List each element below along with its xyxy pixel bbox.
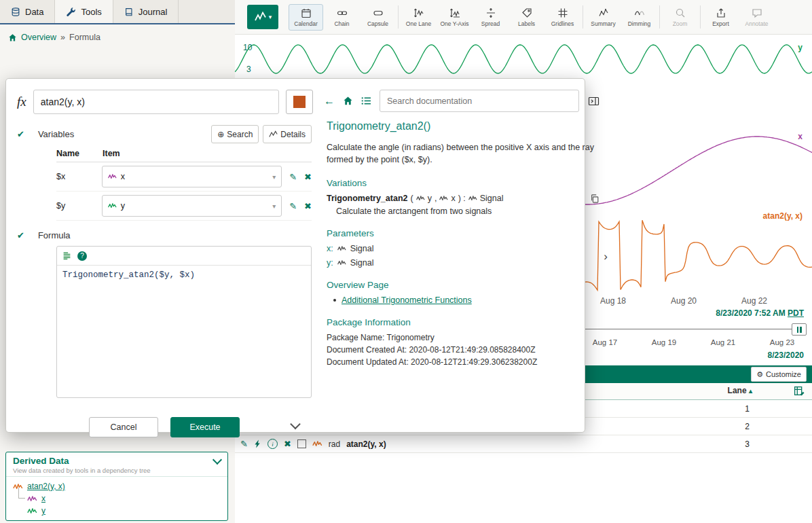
derived-data-title: Derived Data <box>13 456 221 466</box>
color-swatch <box>293 96 306 108</box>
documentation-content: Trigonometry_atan2() Calculate the angle… <box>324 120 599 367</box>
signal-name-cell[interactable]: atan2(y, x) <box>346 439 386 449</box>
toolbar-button-capsule[interactable]: Capsule <box>361 4 395 31</box>
help-icon[interactable]: ? <box>77 251 87 261</box>
edit-variable-icon[interactable]: ✎ <box>289 172 297 182</box>
timezone-link[interactable]: PDT <box>788 308 804 318</box>
derived-data-header[interactable]: Derived Data View data created by tools … <box>6 452 227 477</box>
breadcrumb-overview-link[interactable]: Overview <box>21 33 56 42</box>
parameter-type: Signal <box>350 258 374 268</box>
lane-column-header[interactable]: Lane ▴ <box>728 386 752 395</box>
document-icon[interactable] <box>62 251 71 260</box>
series-label-atan2[interactable]: atan2(y, x) <box>763 211 802 221</box>
customize-label: Customize <box>766 370 801 378</box>
variable-item-select[interactable]: x ▾ <box>102 166 282 187</box>
derived-data-subtitle: View data created by tools in a dependen… <box>13 467 221 474</box>
tree-item-x-link[interactable]: x <box>41 494 45 503</box>
expand-panel-chevron[interactable]: › <box>604 250 608 264</box>
formula-tool-dialog: fx ✔ Variables ⊕ Search Details <box>5 78 585 433</box>
toolbar-button-calendar[interactable]: Calendar <box>289 4 323 31</box>
add-column-icon[interactable] <box>794 385 805 399</box>
parameters-heading: Parameters <box>327 228 599 238</box>
series-label-x[interactable]: x <box>798 132 802 141</box>
bullet-icon <box>333 299 336 302</box>
toolbar-label: Gridlines <box>551 20 574 27</box>
toolbar-label: Summary <box>591 20 615 27</box>
tab-data[interactable]: Data <box>0 0 55 23</box>
y-axis-tick: 10 <box>243 43 252 52</box>
remove-variable-icon[interactable]: ✖ <box>304 201 312 211</box>
toolbar-label: Labels <box>518 20 535 27</box>
annotate-icon <box>752 7 762 18</box>
home-icon[interactable] <box>8 33 17 42</box>
tree-item-y[interactable]: y <box>27 505 221 517</box>
formula-editor-toolbar: ? <box>57 247 311 266</box>
signal-icon <box>337 259 346 266</box>
customize-button[interactable]: ⚙ Customize <box>751 367 807 382</box>
variables-col-item: Item <box>103 149 120 158</box>
comma: , <box>435 194 437 203</box>
tab-tools[interactable]: Tools <box>55 0 113 23</box>
tree-item-atan2-link[interactable]: atan2(y, x) <box>27 482 65 491</box>
tree-item-x[interactable]: x <box>27 492 221 505</box>
toolbar-button-one-lane[interactable]: One Lane <box>401 4 436 31</box>
tree-item-y-link[interactable]: y <box>41 506 45 516</box>
range-handle[interactable] <box>792 323 807 336</box>
back-icon[interactable]: ← <box>324 95 335 107</box>
details-button[interactable]: Details <box>263 125 312 143</box>
toolbar-button-export[interactable]: Export <box>703 4 738 31</box>
home-icon[interactable] <box>343 96 353 106</box>
toolbar-button-gridlines[interactable]: Gridlines <box>545 4 580 31</box>
tab-journal[interactable]: Journal <box>113 0 179 23</box>
copy-icon[interactable] <box>590 194 599 204</box>
signal-icon <box>108 173 117 180</box>
index-list-icon[interactable] <box>361 96 371 105</box>
toolbar-label: Export <box>712 20 729 27</box>
range-axis-label: Aug 23 <box>770 338 794 346</box>
series-label-y[interactable]: y <box>798 43 802 52</box>
toolbar-button-labels[interactable]: Labels <box>509 4 544 31</box>
toolbar-button-summary[interactable]: Summary <box>586 4 621 31</box>
bolt-icon[interactable] <box>254 439 261 448</box>
display-range-timestamp[interactable]: 8/23/2020 7:52 AM <box>716 308 785 318</box>
signal-icon <box>337 245 346 252</box>
doc-title: Trigonometry_atan2() <box>327 120 599 132</box>
remove-icon[interactable]: ✖ <box>284 439 291 449</box>
trend-chart-icon <box>254 12 267 22</box>
variation-signature: Trigonometry_atan2 ( y , x ) : Signal <box>327 194 599 204</box>
collapse-panel-icon[interactable] <box>588 96 599 107</box>
formula-name-input[interactable] <box>33 90 279 114</box>
cancel-button[interactable]: Cancel <box>89 417 158 437</box>
color-picker-button[interactable] <box>286 90 313 114</box>
documentation-search-input[interactable] <box>380 90 579 112</box>
unit-cell: rad <box>329 439 340 449</box>
additional-trig-functions-link[interactable]: Additional Trigonometric Functions <box>342 295 472 305</box>
toolbar-button-chain[interactable]: Chain <box>325 4 359 31</box>
toolbar-button-one-y-axis[interactable]: One Y-Axis <box>437 4 472 31</box>
toolbar-button-dimming[interactable]: Dimming <box>622 4 657 31</box>
edit-variable-icon[interactable]: ✎ <box>289 201 297 211</box>
toolbar-label: Zoom <box>673 20 688 27</box>
variable-item-label: y <box>121 201 125 211</box>
parameter-name: y: <box>327 258 333 268</box>
variation-arg: x <box>451 194 455 203</box>
tree-item-atan2[interactable]: atan2(y, x) <box>13 480 221 492</box>
table-row[interactable]: ✎ i ✖ rad atan2(y, x) 3 <box>235 435 812 453</box>
toolbar-button-annotate[interactable]: Annotate <box>739 4 774 31</box>
database-icon <box>11 7 20 17</box>
info-icon[interactable]: i <box>267 439 278 449</box>
toolbar-button-spread[interactable]: Spread <box>473 4 508 31</box>
search-items-button[interactable]: ⊕ Search <box>211 125 259 143</box>
execute-button[interactable]: Execute <box>170 417 240 437</box>
select-checkbox[interactable] <box>297 439 306 448</box>
view-mode-button[interactable]: ▾ <box>247 5 278 29</box>
toolbar-button-zoom[interactable]: Zoom <box>663 4 697 31</box>
formula-code[interactable]: Trigonometry_atan2($y, $x) <box>57 266 311 285</box>
edit-icon[interactable]: ✎ <box>240 439 248 449</box>
check-icon: ✔ <box>17 129 24 139</box>
mini-chart-icon <box>269 130 278 138</box>
variable-item-select[interactable]: y ▾ <box>102 195 282 217</box>
summary-icon <box>598 7 609 18</box>
toolbar-label: Annotate <box>745 20 768 27</box>
remove-variable-icon[interactable]: ✖ <box>304 172 312 182</box>
